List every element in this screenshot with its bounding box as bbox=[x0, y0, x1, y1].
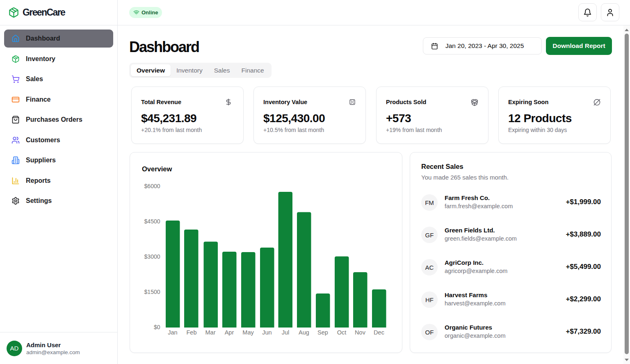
svg-text:Dec: Dec bbox=[374, 329, 384, 336]
svg-text:$3000: $3000 bbox=[144, 253, 160, 260]
svg-text:May: May bbox=[242, 329, 254, 336]
svg-text:$0: $0 bbox=[154, 324, 160, 330]
svg-text:Aug: Aug bbox=[299, 329, 309, 336]
svg-text:Mar: Mar bbox=[205, 329, 216, 336]
svg-text:Apr: Apr bbox=[225, 329, 234, 336]
svg-text:Jan: Jan bbox=[168, 329, 177, 336]
svg-text:Jul: Jul bbox=[282, 329, 290, 336]
svg-text:$1500: $1500 bbox=[144, 289, 160, 295]
svg-text:Sep: Sep bbox=[317, 329, 328, 336]
svg-text:$4500: $4500 bbox=[144, 218, 160, 225]
svg-text:Oct: Oct bbox=[337, 329, 347, 336]
svg-text:Feb: Feb bbox=[187, 329, 197, 336]
svg-text:Nov: Nov bbox=[355, 329, 366, 336]
svg-text:Jun: Jun bbox=[262, 329, 272, 336]
svg-text:$6000: $6000 bbox=[144, 183, 160, 189]
